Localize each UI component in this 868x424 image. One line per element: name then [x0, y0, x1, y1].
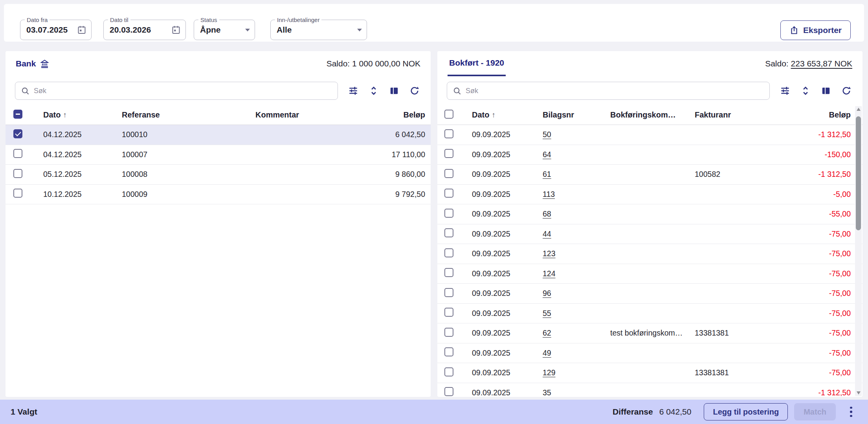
bilagsnr-link[interactable]: 61 — [543, 170, 551, 178]
row-checkbox[interactable] — [444, 367, 453, 376]
bank-table-row[interactable]: 04.12.2025 100007 17 110,00 — [6, 145, 431, 165]
filter-tune-icon[interactable] — [348, 86, 358, 96]
calendar-icon[interactable] — [77, 25, 86, 35]
cell-date: 09.09.2025 — [472, 209, 543, 218]
col-fakturanr[interactable]: Fakturanr — [695, 110, 769, 119]
col-kommentar[interactable]: Kommentar — [255, 110, 362, 119]
cell-date: 09.09.2025 — [472, 309, 543, 318]
ledger-table-row[interactable]: 09.09.2025 124 -75,00 — [437, 264, 862, 284]
select-all-checkbox[interactable] — [444, 110, 453, 119]
date-to-field[interactable]: Dato til 20.03.2026 — [103, 20, 186, 40]
more-options-icon[interactable] — [846, 405, 856, 418]
ledger-table-row[interactable]: 09.09.2025 49 -75,00 — [437, 343, 862, 363]
col-belop[interactable]: Beløp — [362, 110, 425, 119]
ledger-saldo-value[interactable]: 223 653,87 NOK — [791, 59, 852, 68]
row-checkbox[interactable] — [444, 288, 453, 297]
bilagsnr-link[interactable]: 123 — [543, 249, 556, 258]
row-checkbox[interactable] — [444, 228, 453, 237]
bilagsnr-link[interactable]: 64 — [543, 150, 551, 159]
row-checkbox[interactable] — [444, 387, 453, 396]
ledger-table-row[interactable]: 09.09.2025 129 13381381 -75,00 — [437, 363, 862, 383]
ledger-table-row[interactable]: 09.09.2025 50 -1 312,50 — [437, 125, 862, 145]
ledger-search-box[interactable] — [447, 82, 770, 100]
scroll-up-icon[interactable] — [857, 108, 861, 111]
bilagsnr-link[interactable]: 62 — [543, 329, 551, 337]
col-referanse[interactable]: Referanse — [122, 110, 255, 119]
row-checkbox[interactable] — [444, 149, 453, 158]
select-all-checkbox[interactable] — [13, 110, 22, 119]
col-belop[interactable]: Beløp — [769, 110, 851, 119]
bilagsnr-link[interactable]: 55 — [543, 309, 551, 318]
ledger-table-row[interactable]: 09.09.2025 123 -75,00 — [437, 244, 862, 264]
ledger-table-row[interactable]: 09.09.2025 61 100582 -1 312,50 — [437, 165, 862, 185]
row-checkbox[interactable] — [13, 169, 22, 178]
ledger-table-row[interactable]: 09.09.2025 64 -150,00 — [437, 145, 862, 165]
ledger-table-row[interactable]: 09.09.2025 96 -75,00 — [437, 284, 862, 304]
chevron-down-icon[interactable] — [245, 29, 250, 31]
filter-tune-icon[interactable] — [780, 86, 790, 96]
col-bokforingskom[interactable]: Bokføringskom… — [610, 110, 695, 119]
bilagsnr-link[interactable]: 129 — [543, 368, 556, 377]
tab-label: Bokført - 1920 — [449, 58, 504, 68]
col-bilagsnr[interactable]: Bilagsnr — [543, 110, 610, 119]
row-checkbox[interactable] — [444, 347, 453, 356]
row-checkbox[interactable] — [444, 248, 453, 257]
ledger-table-row[interactable]: 09.09.2025 62 test bokføringskom… 133813… — [437, 323, 862, 343]
ledger-search-input[interactable] — [466, 87, 764, 95]
match-button[interactable]: Match — [794, 403, 836, 420]
refresh-icon[interactable] — [841, 86, 851, 96]
row-checkbox[interactable] — [444, 209, 453, 218]
bilagsnr-link[interactable]: 50 — [543, 130, 551, 139]
row-checkbox[interactable] — [444, 268, 453, 277]
date-to-value[interactable]: 20.03.2026 — [110, 25, 168, 35]
bilagsnr-link[interactable]: 49 — [543, 349, 551, 357]
unfold-sort-icon[interactable] — [800, 86, 811, 96]
date-from-field[interactable]: Dato fra 03.07.2025 — [20, 20, 92, 40]
bilagsnr-link[interactable]: 124 — [543, 269, 556, 278]
bilagsnr-link[interactable]: 68 — [543, 209, 551, 218]
row-checkbox[interactable] — [13, 129, 22, 138]
bilagsnr-link[interactable]: 35 — [543, 388, 551, 396]
bilagsnr-link[interactable]: 96 — [543, 289, 551, 297]
tab-bokfort-1920[interactable]: Bokført - 1920 — [448, 51, 506, 76]
row-checkbox[interactable] — [444, 169, 453, 178]
date-from-value[interactable]: 03.07.2025 — [26, 25, 74, 35]
difference-label: Differanse — [613, 407, 653, 417]
bank-table-row[interactable]: 04.12.2025 100010 6 042,50 — [6, 125, 431, 145]
col-dato[interactable]: Dato↑ — [472, 110, 543, 119]
vertical-scrollbar[interactable] — [855, 106, 862, 396]
bank-search-input[interactable] — [34, 87, 332, 95]
columns-icon[interactable] — [389, 86, 399, 96]
row-checkbox[interactable] — [444, 328, 453, 337]
chevron-down-icon[interactable] — [357, 29, 362, 31]
row-checkbox[interactable] — [13, 189, 22, 198]
ledger-table-row[interactable]: 09.09.2025 35 -1 312,50 — [437, 383, 862, 396]
columns-icon[interactable] — [821, 86, 831, 96]
bilagsnr-link[interactable]: 113 — [543, 190, 555, 198]
add-posting-button[interactable]: Legg til postering — [704, 403, 788, 420]
ledger-table-row[interactable]: 09.09.2025 113 -5,00 — [437, 185, 862, 205]
calendar-icon[interactable] — [171, 25, 181, 35]
ledger-table-row[interactable]: 09.09.2025 44 -75,00 — [437, 224, 862, 244]
ledger-table-row[interactable]: 09.09.2025 68 -55,00 — [437, 204, 862, 224]
cell-date: 04.12.2025 — [43, 150, 122, 159]
row-checkbox[interactable] — [444, 308, 453, 317]
export-button[interactable]: Eksporter — [780, 20, 851, 40]
status-value: Åpne — [200, 25, 242, 35]
row-checkbox[interactable] — [444, 129, 453, 138]
scrollbar-thumb[interactable] — [856, 116, 861, 230]
ledger-table-row[interactable]: 09.09.2025 55 -75,00 — [437, 304, 862, 324]
payments-select[interactable]: Inn-/utbetalinger Alle — [270, 20, 367, 40]
row-checkbox[interactable] — [444, 189, 453, 198]
refresh-icon[interactable] — [409, 86, 420, 96]
scroll-down-icon[interactable] — [857, 391, 861, 395]
col-dato[interactable]: Dato↑ — [43, 110, 122, 119]
bank-search-box[interactable] — [15, 82, 338, 100]
bank-table-row[interactable]: 10.12.2025 100009 9 792,50 — [6, 185, 431, 205]
unfold-sort-icon[interactable] — [369, 86, 379, 96]
bilagsnr-link[interactable]: 44 — [543, 229, 551, 238]
bank-table-row[interactable]: 05.12.2025 100008 9 860,00 — [6, 165, 431, 185]
cell-date: 09.09.2025 — [472, 170, 543, 179]
row-checkbox[interactable] — [13, 149, 22, 158]
status-select[interactable]: Status Åpne — [194, 20, 255, 40]
